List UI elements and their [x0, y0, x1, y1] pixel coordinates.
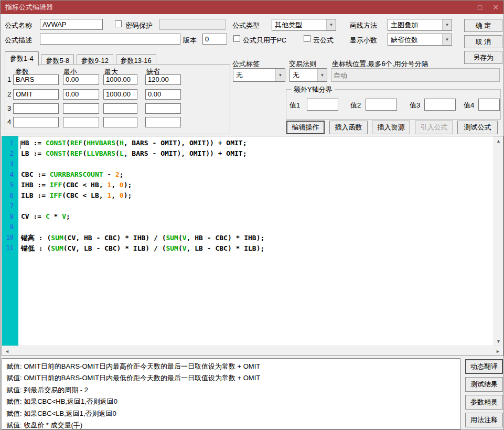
translation-line: 赋值: 到最后交易的周期 - 2 — [6, 384, 456, 396]
draw-method-select[interactable]: 主图叠加 ▼ — [388, 19, 452, 31]
param-default-input[interactable]: 0.00 — [145, 89, 181, 100]
tab-params-1-4[interactable]: 参数1-4 — [5, 51, 39, 66]
chevron-down-icon[interactable]: ▼ — [317, 69, 327, 81]
translation-line: 赋值: OMIT日前的BARS-OMIT日内最低价距今天数的最后一日取值设为常数… — [6, 372, 456, 384]
close-icon[interactable]: ✕ — [488, 1, 503, 14]
param-wizard-button[interactable]: 参数精灵 — [465, 395, 503, 410]
code-text: 锚高 : (SUM(CV, HB - CBC) * IHB) / (SUM(V,… — [21, 233, 264, 243]
param-max-input[interactable]: 1000.00 — [103, 74, 137, 85]
translation-output-panel: 赋值: OMIT日前的BARS-OMIT日内最高价距今天数的最后一日取值设为常数… — [2, 358, 460, 429]
test-formula-button[interactable]: 测试公式 — [457, 121, 498, 134]
formula-tag-select[interactable]: 无 ▼ — [233, 68, 285, 82]
param-max-input[interactable] — [103, 117, 137, 127]
param-min-input[interactable]: 0.00 — [63, 89, 99, 100]
formula-name-label: 公式名称 — [5, 21, 32, 30]
chevron-down-icon[interactable]: ▼ — [326, 19, 336, 30]
cancel-button[interactable]: 取 消 — [464, 35, 502, 48]
password-protect-checkbox[interactable] — [115, 20, 122, 27]
code-line[interactable]: 6ILB := IFF(CBC < LB, 1, 0); — [2, 191, 494, 202]
formula-type-select[interactable]: 其他类型 ▼ — [272, 19, 336, 31]
maximize-icon[interactable]: □ — [472, 1, 488, 14]
line-number: 11 — [2, 244, 14, 252]
window-title: 指标公式编辑器 — [5, 3, 472, 12]
param-row-number: 4 — [7, 118, 13, 126]
y1-input[interactable] — [307, 99, 338, 111]
ok-button[interactable]: 确 定 — [464, 19, 502, 32]
code-line[interactable]: 8CV := C * V; — [2, 212, 494, 223]
line-number: 7 — [2, 202, 14, 210]
y4-label: 值4 — [464, 101, 474, 110]
param-default-input[interactable]: 120.00 — [145, 74, 181, 85]
usage-note-button[interactable]: 用法注释 — [465, 413, 503, 427]
chevron-down-icon[interactable]: ▼ — [275, 69, 285, 81]
edit-operation-button[interactable]: 编辑操作 — [286, 121, 325, 134]
translation-line: 赋值: OMIT日前的BARS-OMIT日内最高价距今天数的最后一日取值设为常数… — [6, 361, 456, 372]
code-line[interactable]: 2LB := CONST(REF(LLVBARS(L, BARS - OMIT)… — [2, 149, 494, 160]
param-max-input[interactable]: 1000.00 — [103, 89, 137, 100]
line-number: 4 — [2, 171, 14, 178]
code-line[interactable]: 3 — [2, 160, 494, 170]
formula-desc-input[interactable] — [40, 34, 180, 45]
line-number: 5 — [2, 181, 14, 189]
code-line[interactable]: 1HB := CONST(REF(HHVBARS(H, BARS - OMIT)… — [2, 139, 494, 149]
formula-name-input[interactable]: AVWAP — [40, 19, 103, 30]
save-as-button[interactable]: 另存为 — [464, 51, 502, 64]
param-max-input[interactable] — [103, 103, 137, 114]
formula-type-label: 公式类型 — [232, 21, 260, 30]
code-line[interactable]: 9 — [2, 223, 494, 233]
vertical-scrollbar[interactable]: ▲ ▼ — [494, 136, 503, 346]
code-text: CV := C * V; — [21, 212, 70, 220]
code-text: IHB := IFF(CBC < HB, 1, 0); — [21, 181, 132, 189]
y4-input[interactable] — [478, 99, 500, 111]
param-name-input[interactable]: BARS — [13, 74, 59, 85]
chevron-down-icon[interactable]: ▼ — [442, 34, 452, 45]
version-input[interactable]: 0 — [202, 34, 227, 45]
param-default-input[interactable] — [145, 117, 181, 127]
password-input[interactable] — [159, 19, 226, 30]
decimal-select[interactable]: 缺省位数 ▼ — [388, 34, 452, 46]
y2-input[interactable] — [366, 99, 397, 111]
param-row: 1BARS0.001000.00120.00 — [5, 74, 230, 85]
param-row-number: 3 — [7, 104, 13, 112]
scroll-down-icon[interactable]: ▼ — [494, 338, 503, 345]
param-name-input[interactable]: OMIT — [13, 89, 59, 100]
chevron-down-icon[interactable]: ▼ — [442, 19, 452, 30]
scroll-left-icon[interactable]: ◄ — [5, 348, 9, 354]
translation-line: 赋值: 如果CBC<HB,返回1,否则返回0 — [6, 396, 456, 407]
test-result-button[interactable]: 测试结果 — [465, 377, 503, 392]
code-text: CBC := CURRBARSCOUNT - 2; — [21, 170, 124, 178]
param-min-input[interactable] — [63, 117, 99, 127]
insert-function-button[interactable]: 插入函数 — [329, 121, 368, 134]
scroll-up-icon[interactable]: ▲ — [494, 138, 503, 144]
param-min-input[interactable] — [63, 103, 99, 114]
code-line[interactable]: 11锚低 : (SUM(CV, LB - CBC) * ILB) / (SUM(… — [2, 244, 494, 254]
code-text: ILB := IFF(CBC < LB, 1, 0); — [21, 191, 132, 199]
insert-resource-button[interactable]: 插入资源 — [372, 121, 410, 134]
param-default-input[interactable] — [145, 103, 181, 114]
param-name-input[interactable] — [13, 103, 59, 114]
param-min-input[interactable]: 0.00 — [63, 74, 99, 85]
pc-only-checkbox[interactable] — [233, 35, 240, 42]
translation-line: 赋值: 收盘价 * 成交量(手) — [6, 420, 456, 429]
code-line[interactable]: 7 — [2, 202, 494, 212]
code-line[interactable]: 5IHB := IFF(CBC < HB, 1, 0); — [2, 181, 494, 191]
code-editor[interactable]: 1HB := CONST(REF(HHVBARS(H, BARS - OMIT)… — [2, 136, 503, 356]
code-line[interactable]: 4CBC := CURRBARSCOUNT - 2; — [2, 170, 494, 181]
coord-line-label: 坐标线位置,最多6个,用分号分隔 — [332, 59, 428, 69]
param-name-input[interactable] — [13, 117, 59, 127]
param-row: 2OMIT0.001000.000.00 — [5, 89, 230, 100]
param-row-number: 1 — [7, 76, 13, 83]
horizontal-scrollbar[interactable]: ◄ ► — [2, 346, 503, 356]
code-text: 锚低 : (SUM(CV, LB - CBC) * ILB) / (SUM(V,… — [21, 244, 264, 253]
import-formula-button: 引入公式 — [415, 121, 453, 134]
code-line[interactable]: 10锚高 : (SUM(CV, HB - CBC) * IHB) / (SUM(… — [2, 233, 494, 244]
titlebar[interactable]: 指标公式编辑器 □ ✕ — [1, 1, 503, 14]
dynamic-translate-button[interactable]: 动态翻译 — [465, 359, 503, 374]
y3-input[interactable] — [424, 99, 456, 111]
y3-label: 值3 — [410, 101, 420, 110]
y1-label: 值1 — [289, 101, 300, 110]
trade-rule-select[interactable]: 无 ▼ — [289, 68, 327, 82]
scroll-right-icon[interactable]: ► — [496, 348, 500, 354]
cloud-formula-checkbox[interactable] — [304, 35, 310, 42]
coord-line-input[interactable]: 自动 — [331, 68, 500, 82]
